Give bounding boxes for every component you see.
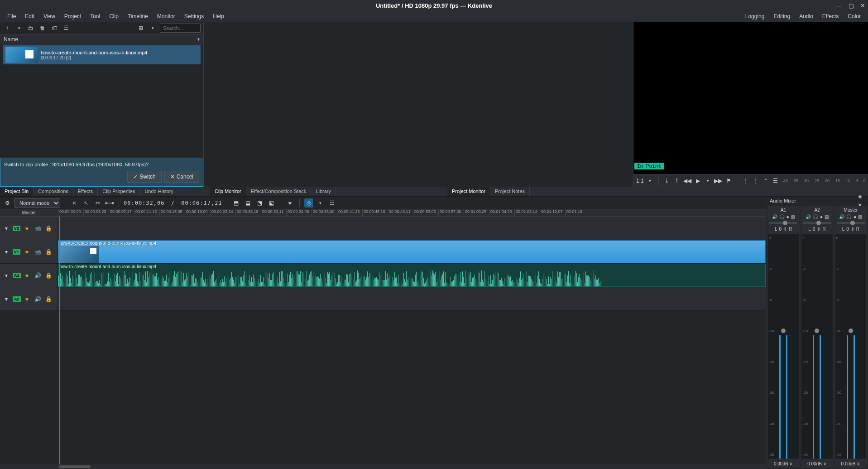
tab-clip-properties[interactable]: Clip Properties bbox=[98, 187, 140, 196]
pan-spin[interactable]: ⇕ bbox=[817, 227, 820, 232]
tab-compositions[interactable]: Compositions bbox=[34, 187, 73, 196]
menu-edit[interactable]: Edit bbox=[20, 12, 39, 21]
star-icon[interactable]: ★ bbox=[23, 271, 32, 280]
playhead[interactable] bbox=[59, 217, 60, 464]
audio-icon[interactable]: 🔊 bbox=[34, 271, 43, 280]
star-icon[interactable]: ★ bbox=[23, 295, 32, 304]
timeline-ruler[interactable]: Master 00:00:00;0000:00:03;2300:00:07;17… bbox=[0, 209, 766, 217]
extract-icon[interactable]: ⬔ bbox=[255, 198, 264, 208]
add-clip-icon[interactable]: ＋ bbox=[3, 24, 12, 33]
collapse-icon[interactable]: ▾ bbox=[2, 247, 11, 256]
delete-icon[interactable]: 🗑 bbox=[38, 24, 47, 33]
track-head-v2[interactable]: ▾ V2 ★ 📹 🔒 bbox=[0, 217, 58, 240]
pan-spin[interactable]: ⇕ bbox=[851, 227, 854, 232]
fader-knob[interactable] bbox=[781, 329, 786, 333]
set-in-icon[interactable]: ⭳ bbox=[663, 176, 671, 185]
opt2-icon[interactable]: ⋮ bbox=[752, 176, 759, 185]
solo-icon[interactable]: 🎧 bbox=[813, 214, 818, 219]
menu-monitor[interactable]: Monitor bbox=[153, 12, 180, 21]
settings-icon[interactable]: ⚙ bbox=[3, 198, 12, 208]
track-lane-a1[interactable]: how-to-create-mount-and-burn-isos-in-lin… bbox=[58, 264, 766, 287]
fx-icon[interactable]: ▨ bbox=[791, 214, 795, 219]
favorite-icon[interactable]: ★ bbox=[286, 198, 295, 208]
ratio-label[interactable]: 1:1 bbox=[636, 178, 644, 184]
menu-clip[interactable]: Clip bbox=[105, 12, 123, 21]
forward-icon[interactable]: ▶▶ bbox=[714, 176, 722, 185]
mute-icon[interactable]: 🔊 bbox=[772, 214, 777, 219]
level-meter[interactable]: 0-2-5-10-15-20-30-45 bbox=[801, 234, 832, 459]
tab-undo-history[interactable]: Undo History bbox=[140, 187, 178, 196]
track-lane-a2[interactable] bbox=[58, 287, 766, 310]
bin-clip-item[interactable]: how-to-create-mount-and-burn-isos-in-lin… bbox=[3, 45, 201, 64]
video-icon[interactable]: 📹 bbox=[33, 247, 42, 256]
track-lane-v2[interactable] bbox=[58, 217, 766, 240]
maximize-icon[interactable]: ▢ bbox=[849, 2, 854, 9]
mute-icon[interactable]: 🔊 bbox=[839, 214, 844, 219]
lift-icon[interactable]: ⬕ bbox=[267, 198, 276, 208]
level-meter[interactable]: 0-2-5-10-15-20-30-45 bbox=[768, 234, 799, 459]
fader-knob[interactable] bbox=[849, 329, 853, 333]
opt1-icon[interactable]: ⋮ bbox=[742, 176, 749, 185]
pan-val[interactable]: 0 bbox=[846, 227, 849, 232]
db-value[interactable]: 0.00dB ⇕ bbox=[774, 461, 793, 466]
set-out-icon[interactable]: ⭱ bbox=[673, 176, 681, 185]
collapse-icon[interactable]: ▾ bbox=[2, 295, 11, 304]
rec-icon[interactable]: ● bbox=[820, 214, 823, 219]
preview-viewport[interactable]: In Point bbox=[633, 22, 868, 174]
play-icon[interactable]: ▶ bbox=[694, 176, 701, 185]
go-up-icon[interactable]: ⌃ bbox=[762, 176, 769, 185]
workspace-audio[interactable]: Audio bbox=[795, 12, 818, 21]
workspace-effects[interactable]: Effects bbox=[818, 12, 843, 21]
minimize-icon[interactable]: — bbox=[836, 2, 842, 9]
cancel-button[interactable]: ✕Cancel bbox=[164, 171, 199, 183]
view-mode-icon[interactable]: ⊞ bbox=[136, 24, 145, 33]
timeline-clip-video[interactable]: how-to-create-mount-and-burn-isos-in-lin… bbox=[58, 240, 766, 263]
tag-icon[interactable]: 🏷 bbox=[50, 24, 59, 33]
db-value[interactable]: 0.00dB ⇕ bbox=[841, 461, 860, 466]
bin-name-header[interactable]: Name ▾ bbox=[0, 34, 203, 44]
compositing-icon[interactable]: ⤫ bbox=[70, 198, 79, 208]
menu-timeline[interactable]: Timeline bbox=[123, 12, 153, 21]
pan-spin[interactable]: ⇕ bbox=[783, 227, 787, 232]
mixer-opt-icon[interactable]: ◈ bbox=[855, 192, 864, 201]
lock-icon[interactable]: 🔒 bbox=[44, 224, 53, 233]
menu-file[interactable]: File bbox=[3, 12, 20, 21]
fader-knob[interactable] bbox=[815, 329, 819, 333]
menu-view[interactable]: View bbox=[39, 12, 60, 21]
scrollbar-thumb[interactable] bbox=[59, 465, 91, 468]
rec-icon[interactable]: ● bbox=[854, 214, 856, 219]
menu-project[interactable]: Project bbox=[60, 12, 86, 21]
hamburger-icon[interactable]: ☰ bbox=[772, 176, 779, 185]
tab-clip-monitor[interactable]: Clip Monitor bbox=[210, 187, 246, 196]
rewind-icon[interactable]: ◀◀ bbox=[683, 176, 691, 185]
menu-help[interactable]: Help bbox=[208, 12, 229, 21]
menu-icon[interactable]: ☰ bbox=[62, 24, 71, 33]
audio-icon[interactable]: 🔊 bbox=[34, 295, 43, 304]
timeline-tracks[interactable]: ▾ V2 ★ 📹 🔒 ▾ V1 ★ 📹 🔒 bbox=[0, 217, 766, 464]
timeline-scrollbar[interactable] bbox=[0, 464, 766, 469]
fx-icon[interactable]: ▨ bbox=[858, 214, 862, 219]
pan-val[interactable]: 0 bbox=[779, 227, 782, 232]
solo-icon[interactable]: 🎧 bbox=[846, 214, 852, 219]
track-head-v1[interactable]: ▾ V1 ★ 📹 🔒 bbox=[0, 240, 58, 263]
lock-icon[interactable]: 🔒 bbox=[44, 247, 53, 256]
db-value[interactable]: 0.00dB ⇕ bbox=[807, 461, 826, 466]
tab-effect-composition-stack[interactable]: Effect/Composition Stack bbox=[246, 187, 312, 196]
play-dropdown-icon[interactable]: ▾ bbox=[704, 176, 711, 185]
track-lane-v1[interactable]: how-to-create-mount-and-burn-isos-in-lin… bbox=[58, 240, 766, 263]
star-icon[interactable]: ★ bbox=[22, 224, 31, 233]
tab-project-bin[interactable]: Project Bin bbox=[0, 187, 34, 196]
select-tool-icon[interactable]: ↖ bbox=[82, 198, 91, 208]
menu-tool[interactable]: Tool bbox=[86, 12, 105, 21]
edit-mode-select[interactable]: Normal mode bbox=[14, 198, 60, 208]
collapse-icon[interactable]: ▾ bbox=[2, 271, 11, 280]
workspace-logging[interactable]: Logging bbox=[741, 12, 769, 21]
tab-project-notes[interactable]: Project Notes bbox=[490, 187, 530, 196]
tab-effects[interactable]: Effects bbox=[73, 187, 98, 196]
track-head-a2[interactable]: ▾ A2 ★ 🔊 🔒 bbox=[0, 287, 58, 310]
timeline-position[interactable]: 00:00:32,06 bbox=[124, 200, 164, 206]
level-meter[interactable]: 0-2-5-10-15-20-30-45 bbox=[835, 234, 866, 459]
ratio-dropdown-icon[interactable]: ▾ bbox=[647, 176, 654, 185]
rec-icon[interactable]: ● bbox=[786, 214, 789, 219]
preview-render-icon[interactable]: ◎ bbox=[304, 198, 313, 208]
